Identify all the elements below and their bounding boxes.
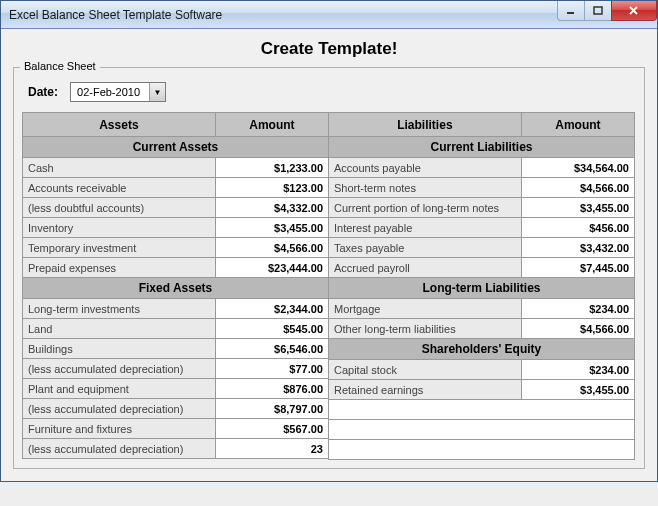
row-label[interactable]: Accounts payable — [329, 158, 522, 178]
header-assets: Assets — [23, 113, 216, 137]
row-amount[interactable]: $4,566.00 — [215, 238, 328, 258]
row-label[interactable]: Land — [23, 319, 216, 339]
row-label[interactable]: Short-term notes — [329, 178, 522, 198]
row-amount[interactable]: $545.00 — [215, 319, 328, 339]
date-dropdown-button[interactable]: ▼ — [149, 83, 165, 101]
table-row — [329, 400, 635, 420]
section-current-liabilities: Current Liabilities — [329, 137, 635, 158]
titlebar[interactable]: Excel Balance Sheet Template Software — [1, 1, 657, 29]
row-label[interactable]: Accounts receivable — [23, 178, 216, 198]
row-label[interactable]: Cash — [23, 158, 216, 178]
row-amount[interactable]: $23,444.00 — [215, 258, 328, 278]
row-amount[interactable]: $567.00 — [215, 419, 328, 439]
date-input[interactable] — [71, 84, 149, 100]
row-label[interactable]: Current portion of long-term notes — [329, 198, 522, 218]
row-label[interactable]: Interest payable — [329, 218, 522, 238]
table-row: Prepaid expenses$23,444.00 — [23, 258, 329, 278]
date-picker[interactable]: ▼ — [70, 82, 166, 102]
row-amount[interactable]: $6,546.00 — [215, 339, 328, 359]
row-label[interactable]: Plant and equipment — [23, 379, 216, 399]
date-label: Date: — [28, 85, 58, 99]
row-label[interactable]: Other long-term liabilities — [329, 319, 522, 339]
maximize-button[interactable] — [584, 1, 612, 21]
table-row — [329, 440, 635, 460]
row-amount[interactable]: $123.00 — [215, 178, 328, 198]
row-amount[interactable]: $77.00 — [215, 359, 328, 379]
row-amount[interactable]: $8,797.00 — [215, 399, 328, 419]
row-label[interactable]: Taxes payable — [329, 238, 522, 258]
row-label[interactable]: Furniture and fixtures — [23, 419, 216, 439]
table-row: Inventory$3,455.00 — [23, 218, 329, 238]
page-title: Create Template! — [13, 35, 645, 67]
table-row: Retained earnings$3,455.00 — [329, 380, 635, 400]
row-label[interactable]: Prepaid expenses — [23, 258, 216, 278]
row-amount[interactable]: $234.00 — [521, 299, 634, 319]
empty-cell[interactable] — [329, 440, 635, 460]
row-amount[interactable]: $2,344.00 — [215, 299, 328, 319]
table-row: Interest payable$456.00 — [329, 218, 635, 238]
row-label[interactable]: Retained earnings — [329, 380, 522, 400]
close-button[interactable] — [611, 1, 657, 21]
row-amount[interactable]: $456.00 — [521, 218, 634, 238]
table-row: (less accumulated depreciation)$8,797.00 — [23, 399, 329, 419]
row-label[interactable]: Long-term investments — [23, 299, 216, 319]
row-amount[interactable]: $3,455.00 — [215, 218, 328, 238]
row-amount[interactable]: $4,566.00 — [521, 178, 634, 198]
empty-cell[interactable] — [329, 400, 635, 420]
table-row — [329, 420, 635, 440]
row-amount[interactable]: $34,564.00 — [521, 158, 634, 178]
row-label[interactable]: (less accumulated depreciation) — [23, 399, 216, 419]
row-amount[interactable]: $876.00 — [215, 379, 328, 399]
row-label[interactable]: Inventory — [23, 218, 216, 238]
window-title: Excel Balance Sheet Template Software — [9, 8, 222, 22]
table-row: (less accumulated depreciation)$77.00 — [23, 359, 329, 379]
row-amount[interactable]: $7,445.00 — [521, 258, 634, 278]
row-amount[interactable]: 23 — [215, 439, 328, 459]
table-row: (less doubtful accounts)$4,332.00 — [23, 198, 329, 218]
table-row: Accrued payroll$7,445.00 — [329, 258, 635, 278]
row-label[interactable]: Buildings — [23, 339, 216, 359]
header-amount: Amount — [521, 113, 634, 137]
content-area: Create Template! Balance Sheet Date: ▼ — [1, 29, 657, 481]
assets-column: Assets Amount Current Assets Cash$1,233.… — [22, 112, 329, 460]
row-amount[interactable]: $3,455.00 — [521, 380, 634, 400]
table-row: Accounts receivable$123.00 — [23, 178, 329, 198]
table-row: Land$545.00 — [23, 319, 329, 339]
section-long-term-liabilities: Long-term Liabilities — [329, 278, 635, 299]
application-window: Excel Balance Sheet Template Software Cr… — [0, 0, 658, 482]
row-amount[interactable]: $4,566.00 — [521, 319, 634, 339]
minimize-button[interactable] — [557, 1, 585, 21]
row-label[interactable]: Temporary investment — [23, 238, 216, 258]
row-amount[interactable]: $234.00 — [521, 360, 634, 380]
empty-cell[interactable] — [329, 420, 635, 440]
table-row: Temporary investment$4,566.00 — [23, 238, 329, 258]
section-fixed-assets: Fixed Assets — [23, 278, 329, 299]
close-icon — [628, 5, 640, 17]
table-header-row: Assets Amount — [23, 113, 329, 137]
section-shareholders-equity: Shareholders' Equity — [329, 339, 635, 360]
table-row: Taxes payable$3,432.00 — [329, 238, 635, 258]
row-amount[interactable]: $1,233.00 — [215, 158, 328, 178]
row-label[interactable]: Capital stock — [329, 360, 522, 380]
row-label[interactable]: (less accumulated depreciation) — [23, 439, 216, 459]
row-amount[interactable]: $3,432.00 — [521, 238, 634, 258]
row-label[interactable]: (less doubtful accounts) — [23, 198, 216, 218]
table-row: Accounts payable$34,564.00 — [329, 158, 635, 178]
row-amount[interactable]: $3,455.00 — [521, 198, 634, 218]
minimize-icon — [566, 6, 576, 16]
date-row: Date: ▼ — [22, 76, 636, 112]
row-label[interactable]: Accrued payroll — [329, 258, 522, 278]
header-liabilities: Liabilities — [329, 113, 522, 137]
table-row: Current portion of long-term notes$3,455… — [329, 198, 635, 218]
section-current-assets: Current Assets — [23, 137, 329, 158]
row-label[interactable]: Mortgage — [329, 299, 522, 319]
row-amount[interactable]: $4,332.00 — [215, 198, 328, 218]
assets-table: Assets Amount Current Assets Cash$1,233.… — [22, 112, 329, 459]
fieldset-legend: Balance Sheet — [20, 60, 100, 72]
svg-rect-1 — [594, 7, 602, 14]
table-row: Short-term notes$4,566.00 — [329, 178, 635, 198]
table-row: Mortgage$234.00 — [329, 299, 635, 319]
row-label[interactable]: (less accumulated depreciation) — [23, 359, 216, 379]
table-row: (less accumulated depreciation)23 — [23, 439, 329, 459]
table-row: Plant and equipment$876.00 — [23, 379, 329, 399]
